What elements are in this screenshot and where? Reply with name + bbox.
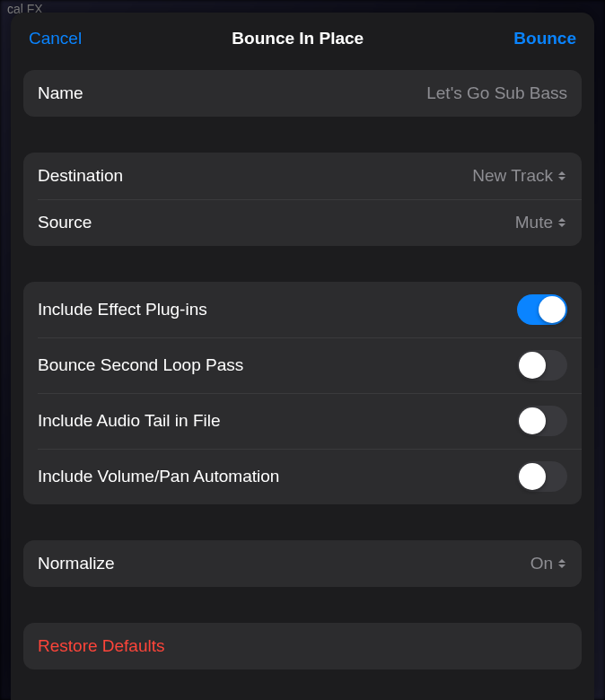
name-label: Name: [38, 83, 83, 103]
include-volume-pan-row: Include Volume/Pan Automation: [38, 449, 582, 504]
normalize-label: Normalize: [38, 554, 115, 573]
normalize-group: Normalize On: [23, 540, 582, 587]
normalize-value: On: [530, 554, 553, 573]
bounce-second-loop-row: Bounce Second Loop Pass: [38, 337, 582, 393]
destination-row[interactable]: Destination New Track: [23, 153, 582, 199]
normalize-row[interactable]: Normalize On: [23, 540, 582, 587]
options-group: Include Effect Plug-ins Bounce Second Lo…: [23, 282, 582, 504]
updown-icon: [558, 556, 567, 571]
include-volume-pan-toggle[interactable]: [517, 461, 567, 492]
updown-icon: [558, 169, 567, 183]
option-label: Bounce Second Loop Pass: [38, 355, 243, 375]
include-effect-plugins-row: Include Effect Plug-ins: [23, 282, 582, 337]
include-audio-tail-toggle[interactable]: [517, 406, 567, 436]
normalize-picker[interactable]: On: [530, 554, 567, 573]
source-row[interactable]: Source Mute: [38, 199, 582, 246]
restore-defaults-row[interactable]: Restore Defaults: [23, 623, 582, 669]
destination-picker[interactable]: New Track: [472, 166, 567, 186]
cancel-button[interactable]: Cancel: [27, 25, 83, 52]
destination-value: New Track: [472, 166, 553, 186]
source-label: Source: [38, 213, 92, 232]
source-picker[interactable]: Mute: [515, 213, 567, 232]
name-group: Name: [23, 70, 582, 117]
routing-group: Destination New Track Source Mute: [23, 153, 582, 246]
bounce-button[interactable]: Bounce: [512, 25, 578, 52]
name-row[interactable]: Name: [23, 70, 582, 117]
option-label: Include Effect Plug-ins: [38, 300, 207, 319]
option-label: Include Audio Tail in File: [38, 411, 221, 431]
bounce-second-loop-toggle[interactable]: [517, 350, 567, 381]
option-label: Include Volume/Pan Automation: [38, 467, 279, 486]
sheet-header: Cancel Bounce In Place Bounce: [11, 13, 594, 70]
restore-group: Restore Defaults: [23, 623, 582, 669]
restore-defaults-button[interactable]: Restore Defaults: [38, 636, 165, 656]
sheet-title: Bounce In Place: [232, 29, 364, 48]
destination-label: Destination: [38, 166, 123, 186]
include-effect-plugins-toggle[interactable]: [517, 294, 567, 325]
bounce-in-place-sheet: Cancel Bounce In Place Bounce Name Desti…: [11, 13, 594, 700]
include-audio-tail-row: Include Audio Tail in File: [38, 393, 582, 449]
updown-icon: [558, 215, 567, 230]
name-input[interactable]: [298, 83, 567, 103]
source-value: Mute: [515, 213, 553, 232]
